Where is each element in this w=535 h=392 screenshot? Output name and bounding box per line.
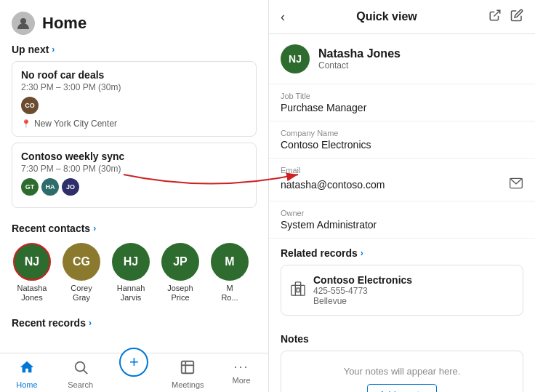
field-value-owner: System Administrator xyxy=(281,219,523,231)
contact-jp[interactable]: JP JosephPrice xyxy=(160,243,201,303)
svg-point-1 xyxy=(75,362,84,372)
related-location: Bellevue xyxy=(313,296,412,306)
home-header: Home xyxy=(0,0,268,41)
contact-m[interactable]: M MRo... xyxy=(209,243,250,303)
quick-view-actions xyxy=(488,9,523,25)
add-note-button[interactable]: Add a note xyxy=(367,384,438,392)
svg-line-7 xyxy=(494,10,500,16)
event-card-1[interactable]: No roof car deals 2:30 PM – 3:00 PM (30m… xyxy=(12,61,257,137)
related-phone: 425-555-4773 xyxy=(313,286,412,296)
event-time-2: 7:30 PM – 8:00 PM (30m) xyxy=(21,164,247,174)
svg-point-0 xyxy=(20,18,26,24)
contact-name-jp: JosephPrice xyxy=(167,284,193,303)
field-company-name: Company Name Contoso Electronics xyxy=(269,121,535,159)
contact-name-cg: CoreyGray xyxy=(71,284,92,303)
contact-avatar-hj: HJ xyxy=(112,243,150,281)
search-icon xyxy=(73,359,89,379)
upnext-label: Up next xyxy=(12,44,49,55)
attendee-avatar-gt: GT xyxy=(21,178,39,196)
contact-cg[interactable]: CG CoreyGray xyxy=(61,243,102,303)
field-email: Email natasha@contoso.com xyxy=(269,159,535,201)
event-time-1: 2:30 PM – 3:00 PM (30m) xyxy=(21,82,247,92)
event-title-1: No roof car deals xyxy=(21,69,247,81)
field-job-title: Job Title Purchase Manager xyxy=(269,84,535,121)
contact-info: Natasha Jones Contact xyxy=(318,47,401,71)
event-location-text-1: New York City Center xyxy=(34,119,117,129)
back-button[interactable]: ‹ xyxy=(281,9,285,25)
edit-icon[interactable] xyxy=(510,9,523,25)
attendee-avatar-jo: JO xyxy=(62,178,79,196)
related-card-contoso[interactable]: Contoso Electronics 425-555-4773 Bellevu… xyxy=(281,265,523,316)
field-email-row: natasha@contoso.com xyxy=(281,176,523,193)
upnext-section: Up next › No roof car deals 2:30 PM – 3:… xyxy=(0,41,268,220)
field-value-job-title: Purchase Manager xyxy=(281,102,523,113)
contact-avatar-nj: NJ xyxy=(13,243,51,281)
field-owner: Owner System Administrator xyxy=(269,201,535,239)
recent-records-label: Recent records xyxy=(12,317,86,329)
field-value-email: natasha@contoso.com xyxy=(281,179,385,191)
avatar xyxy=(12,12,35,35)
nav-plus-button[interactable]: + xyxy=(119,348,148,377)
quick-view-header: ‹ Quick view xyxy=(269,0,535,34)
event-location-1: 📍 New York City Center xyxy=(21,119,247,129)
contact-avatar: NJ xyxy=(281,44,310,73)
recent-contacts-header[interactable]: Recent contacts › xyxy=(12,223,257,234)
notes-title: Notes xyxy=(269,324,535,351)
event-card-2[interactable]: Contoso weekly sync 7:30 PM – 8:00 PM (3… xyxy=(12,143,257,208)
upnext-header[interactable]: Up next › xyxy=(12,44,257,55)
page-title: Home xyxy=(42,14,87,33)
nav-meetings-label: Meetings xyxy=(172,380,204,389)
notes-label: Notes xyxy=(281,333,309,345)
recent-contacts-section: Recent contacts › NJ NatashaJones CG Cor… xyxy=(0,220,268,314)
event-avatars-1: CO xyxy=(21,97,247,114)
contact-name-hj: HannahJarvis xyxy=(117,284,145,303)
svg-rect-3 xyxy=(182,361,194,374)
recent-records-section: Recent records › xyxy=(0,314,268,329)
email-action-icon[interactable] xyxy=(509,176,523,193)
nav-search[interactable]: Search xyxy=(54,359,108,389)
contact-nj[interactable]: NJ NatashaJones xyxy=(12,243,52,303)
building-icon xyxy=(290,281,306,300)
home-icon xyxy=(19,359,35,379)
location-icon: 📍 xyxy=(21,119,31,129)
contacts-row: NJ NatashaJones CG CoreyGray HJ HannahJa… xyxy=(12,240,257,308)
bottom-nav: Home Search + Meetings xyxy=(0,353,268,392)
field-label-company: Company Name xyxy=(281,129,523,137)
contact-name-nj: NatashaJones xyxy=(17,284,47,303)
contact-header: NJ Natasha Jones Contact xyxy=(269,34,535,84)
attendee-avatar-ha: HA xyxy=(41,178,59,196)
nav-more-label: More xyxy=(233,376,251,385)
related-records-chevron: › xyxy=(361,248,363,258)
recent-records-header[interactable]: Recent records › xyxy=(12,317,257,329)
contact-full-name: Natasha Jones xyxy=(318,47,401,60)
event-avatars-2: GT HA JO xyxy=(21,178,247,196)
recent-records-chevron: › xyxy=(89,318,92,328)
right-panel: ‹ Quick view NJ Natasha Jones Contac xyxy=(269,0,535,392)
related-records-label: Related records xyxy=(281,247,358,259)
field-value-company: Contoso Electronics xyxy=(281,139,523,151)
related-info: Contoso Electronics 425-555-4773 Bellevu… xyxy=(313,274,412,306)
recent-contacts-chevron: › xyxy=(93,223,96,233)
contact-avatar-m: M xyxy=(211,243,249,281)
field-label-job-title: Job Title xyxy=(281,92,523,100)
related-records-title: Related records › xyxy=(269,239,535,265)
event-title-2: Contoso weekly sync xyxy=(21,151,247,162)
svg-rect-10 xyxy=(297,288,299,292)
meetings-icon xyxy=(180,359,196,379)
more-icon: ··· xyxy=(234,359,249,375)
field-label-owner: Owner xyxy=(281,209,523,217)
attendee-avatar-co: CO xyxy=(21,97,39,114)
notes-empty-text: Your notes will appear here. xyxy=(344,366,461,377)
related-name: Contoso Electronics xyxy=(313,274,412,286)
field-label-email: Email xyxy=(281,166,523,175)
notes-card: Your notes will appear here. Add a note xyxy=(281,351,523,392)
nav-more[interactable]: ··· More xyxy=(214,359,268,389)
recent-contacts-label: Recent contacts xyxy=(12,223,90,234)
nav-home-label: Home xyxy=(16,380,37,389)
contact-avatar-cg: CG xyxy=(63,243,100,281)
open-external-icon[interactable] xyxy=(488,9,502,25)
nav-home[interactable]: Home xyxy=(0,359,54,389)
contact-hj[interactable]: HJ HannahJarvis xyxy=(110,243,151,303)
svg-line-2 xyxy=(84,370,87,374)
nav-meetings[interactable]: Meetings xyxy=(161,359,214,389)
